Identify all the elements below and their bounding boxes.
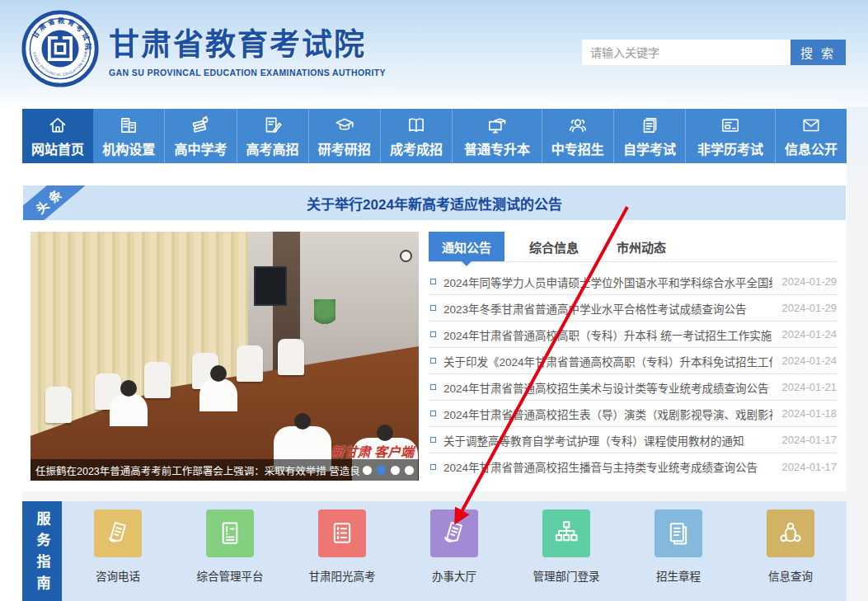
search-input[interactable] bbox=[582, 40, 791, 65]
carousel-dot-2[interactable] bbox=[391, 466, 400, 475]
share-icon bbox=[767, 509, 814, 557]
nav-item-5[interactable]: 成考成招 bbox=[380, 109, 452, 163]
photo-person bbox=[199, 378, 237, 411]
news-tab-1[interactable]: 综合信息 bbox=[516, 232, 592, 261]
service-item-label: 咨询电话 bbox=[96, 567, 140, 584]
nav-item-1[interactable]: 机构设置 bbox=[93, 109, 164, 163]
nav-item-label: 网站首页 bbox=[31, 139, 84, 158]
nav-item-label: 自学考试 bbox=[623, 139, 676, 158]
news-item-6[interactable]: 关于调整高等教育自学考试护理（专科）课程使用教材的通知2024-01-17 bbox=[429, 427, 837, 453]
photo-chair bbox=[278, 339, 304, 375]
photo-chair bbox=[144, 362, 171, 398]
bullet-list-icon bbox=[318, 509, 366, 557]
bullet-square-icon bbox=[430, 331, 436, 337]
brand[interactable]: 甘肃省教育考试院 GANSU PROVINCIAL EDUCATION EXAM… bbox=[21, 10, 386, 87]
carousel-dot-1[interactable] bbox=[377, 466, 386, 475]
bullet-square-icon bbox=[430, 358, 436, 364]
news-item-date: 2024-01-29 bbox=[772, 302, 837, 314]
documents-icon bbox=[639, 115, 660, 136]
carousel-dot-0[interactable] bbox=[363, 466, 372, 475]
headline-bar: 头条 关于举行2024年新高考适应性测试的公告 bbox=[23, 185, 846, 220]
people-icon bbox=[567, 115, 589, 136]
carousel-dot-3[interactable] bbox=[405, 466, 414, 475]
photo-plant bbox=[314, 299, 335, 327]
nav-item-label: 成考成招 bbox=[390, 139, 443, 158]
headline-link[interactable]: 关于举行2024年新高考适应性测试的公告 bbox=[307, 193, 562, 214]
service-item-label: 综合管理平台 bbox=[197, 567, 264, 584]
news-item-date: 2024-01-24 bbox=[772, 328, 837, 340]
books-apple-icon bbox=[190, 115, 211, 136]
service-item-5[interactable]: 招生章程 bbox=[633, 509, 724, 584]
photo-clock bbox=[400, 250, 412, 262]
id-card-icon bbox=[720, 115, 741, 136]
open-book-icon bbox=[406, 115, 427, 136]
nav-item-2[interactable]: 高中学考 bbox=[164, 109, 236, 163]
nav-item-label: 中专招生 bbox=[551, 139, 604, 158]
news-item-4[interactable]: 2024年甘肃省普通高校招生美术与设计类等专业统考成绩查询公告2024-01-2… bbox=[429, 374, 837, 401]
photo-tv-screen bbox=[254, 266, 287, 306]
news-item-5[interactable]: 2024年甘肃省普通高校招生表（导）演类（戏剧影视导演、戏剧影视表演）2024-… bbox=[429, 401, 837, 427]
nav-item-9[interactable]: 非学历考试 bbox=[685, 109, 775, 163]
home-icon bbox=[47, 115, 68, 136]
building-icon bbox=[118, 115, 139, 136]
news-tab-2[interactable]: 市州动态 bbox=[603, 232, 679, 261]
nav-item-8[interactable]: 自学考试 bbox=[613, 109, 685, 163]
news-tab-0[interactable]: 通知公告 bbox=[429, 232, 504, 261]
sitemap-icon bbox=[542, 509, 590, 557]
photo-chair bbox=[237, 345, 263, 382]
search-button[interactable]: 搜 索 bbox=[791, 40, 846, 65]
nav-item-7[interactable]: 中专招生 bbox=[542, 109, 613, 163]
news-item-title: 2024年甘肃省普通高校招生美术与设计类等专业统考成绩查询公告 bbox=[443, 379, 772, 396]
section-gap bbox=[22, 491, 847, 501]
news-item-3[interactable]: 关于印发《2024年甘肃省普通高校高职（专科）升本科免试招生工作实施方2024-… bbox=[429, 348, 837, 374]
gansu-education-seal-logo: 甘肃省教育考试院 GANSU PROVINCIAL EDUCATION EXAM… bbox=[21, 10, 99, 87]
bullet-square-icon bbox=[430, 305, 436, 311]
service-item-4[interactable]: 管理部门登录 bbox=[521, 509, 612, 584]
news-list: 2024年同等学力人员申请硕士学位外国语水平和学科综合水平全国统一考试2024-… bbox=[429, 269, 837, 480]
news-photo-carousel[interactable]: 新甘肃 客户端 任振鹤在2023年普通高考考前工作部署会上强调：采取有效举措 营… bbox=[30, 232, 419, 481]
services-guide-tab[interactable]: 服务指南 bbox=[22, 501, 62, 601]
nav-item-label: 机构设置 bbox=[102, 139, 155, 158]
photo-watermark: 新甘肃 客户端 bbox=[331, 441, 414, 461]
nav-item-0[interactable]: 网站首页 bbox=[22, 109, 93, 163]
service-item-3[interactable]: 办事大厅 bbox=[409, 509, 500, 584]
service-item-6[interactable]: 信息查询 bbox=[745, 509, 836, 584]
envelope-icon bbox=[800, 115, 822, 136]
bullet-square-icon bbox=[430, 384, 436, 390]
service-item-0[interactable]: 咨询电话 bbox=[73, 509, 163, 584]
carousel-caption-bar: 任振鹤在2023年普通高考考前工作部署会上强调：采取有效举措 营造良好环境 全力… bbox=[30, 459, 419, 481]
nav-item-label: 普通专升本 bbox=[464, 139, 530, 158]
news-item-date: 2024-01-21 bbox=[772, 381, 837, 393]
news-item-date: 2024-01-29 bbox=[772, 275, 837, 288]
news-item-0[interactable]: 2024年同等学力人员申请硕士学位外国语水平和学科综合水平全国统一考试2024-… bbox=[429, 269, 837, 295]
headline-badge: 头条 bbox=[31, 185, 68, 217]
news-item-2[interactable]: 2024年甘肃省普通高校高职（专科）升本科 统一考试招生工作实施方案2024-0… bbox=[429, 322, 837, 348]
news-item-1[interactable]: 2023年冬季甘肃省普通高中学业水平合格性考试成绩查询公告2024-01-29 bbox=[429, 295, 837, 322]
exam-pen-icon bbox=[262, 115, 284, 136]
news-item-date: 2024-01-24 bbox=[772, 354, 837, 367]
nav-item-label: 信息公开 bbox=[785, 139, 838, 158]
nav-item-4[interactable]: 研考研招 bbox=[308, 109, 380, 163]
service-item-1[interactable]: 综合管理平台 bbox=[185, 509, 275, 584]
news-item-title: 2024年甘肃省普通高校高职（专科）升本科 统一考试招生工作实施方案 bbox=[443, 326, 772, 343]
news-tab-bar: 通知公告综合信息市州动态 bbox=[429, 232, 837, 262]
nav-item-label: 非学历考试 bbox=[697, 139, 763, 158]
brand-text: 甘肃省教育考试院 GAN SU PROVINCAL EDUCATION EXAM… bbox=[109, 20, 386, 77]
search-box: 搜 索 bbox=[582, 40, 846, 65]
report-icon bbox=[206, 509, 254, 557]
nav-item-10[interactable]: 信息公开 bbox=[775, 109, 847, 163]
news-panel: 通知公告综合信息市州动态 2024年同等学力人员申请硕士学位外国语水平和学科综合… bbox=[429, 232, 837, 481]
news-item-7[interactable]: 2024年甘肃省普通高校招生播音与主持类专业统考成绩查询公告2024-01-17 bbox=[429, 453, 837, 480]
service-item-2[interactable]: 甘肃阳光高考 bbox=[297, 509, 387, 584]
news-item-title: 关于印发《2024年甘肃省普通高校高职（专科）升本科免试招生工作实施方 bbox=[443, 353, 772, 369]
bullet-square-icon bbox=[430, 437, 436, 443]
news-item-title: 2023年冬季甘肃省普通高中学业水平合格性考试成绩查询公告 bbox=[443, 300, 772, 317]
news-item-title: 2024年甘肃省普通高校招生表（导）演类（戏剧影视导演、戏剧影视表演） bbox=[443, 406, 772, 422]
nav-item-6[interactable]: 普通专升本 bbox=[452, 109, 542, 163]
nav-item-label: 高考高招 bbox=[246, 139, 299, 158]
nav-item-3[interactable]: 高考高招 bbox=[237, 109, 308, 163]
services-row: 咨询电话综合管理平台甘肃阳光高考办事大厅管理部门登录招生章程信息查询 bbox=[62, 501, 847, 601]
carousel-dots bbox=[363, 466, 414, 475]
carousel-caption[interactable]: 任振鹤在2023年普通高考考前工作部署会上强调：采取有效举措 营造良好环境 全力… bbox=[35, 462, 359, 478]
nav-item-label: 研考研招 bbox=[318, 139, 371, 158]
